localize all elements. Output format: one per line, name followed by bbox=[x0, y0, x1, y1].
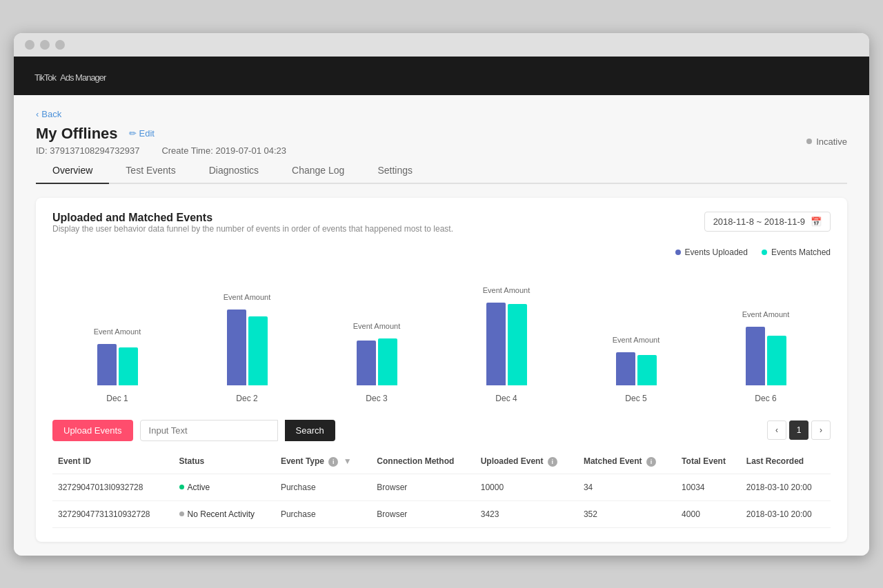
edit-icon: ✏ bbox=[129, 128, 137, 139]
chart-date-label: Dec 6 bbox=[755, 394, 776, 403]
bar-uploaded bbox=[746, 327, 765, 385]
toolbar: Upload Events Search ‹ 1 › bbox=[52, 420, 831, 441]
status-text: Incative bbox=[816, 136, 847, 147]
search-button[interactable]: Search bbox=[285, 420, 335, 441]
event-type-filter-icon[interactable]: ▼ bbox=[344, 456, 352, 466]
bar-uploaded bbox=[486, 303, 506, 385]
status-dot-active bbox=[179, 485, 184, 489]
cell-last-recorded: 2018-03-10 20:00 bbox=[741, 474, 831, 500]
page-id: ID: 379137108294732937 bbox=[36, 145, 139, 156]
current-page-btn[interactable]: 1 bbox=[789, 420, 808, 440]
col-status: Status bbox=[174, 449, 275, 474]
chart-col: Event AmountDec 2 bbox=[224, 293, 271, 403]
bar-matched bbox=[378, 338, 397, 385]
calendar-icon: 📅 bbox=[811, 216, 822, 227]
tab-overview[interactable]: Overview bbox=[36, 158, 109, 184]
bars-group bbox=[486, 303, 527, 385]
section-header: Uploaded and Matched Events Display the … bbox=[52, 212, 831, 245]
table-row: 32729047731310932728No Recent ActivityPu… bbox=[52, 500, 831, 527]
cell-last-recorded: 2018-03-10 20:00 bbox=[741, 500, 831, 527]
main-content: ‹ Back My Offlines ✏ Edit ID: 3791371082… bbox=[14, 95, 869, 556]
cell-uploaded-event: 10000 bbox=[475, 474, 578, 500]
cell-event-id: 32729047013I0932728 bbox=[52, 474, 174, 500]
bar-uploaded bbox=[97, 344, 117, 385]
page-title-row: My Offlines ✏ Edit bbox=[36, 125, 155, 143]
cell-event-type: Purchase bbox=[275, 474, 371, 500]
cell-total-event: 4000 bbox=[676, 500, 741, 527]
chart-col: Event AmountDec 3 bbox=[353, 322, 401, 403]
col-connection-method: Connection Method bbox=[371, 449, 475, 474]
col-event-id: Event ID bbox=[52, 449, 174, 474]
chart-date-label: Dec 2 bbox=[236, 394, 257, 403]
bar-matched bbox=[508, 304, 527, 385]
chart-date-label: Dec 5 bbox=[625, 394, 646, 403]
minimize-btn[interactable] bbox=[40, 40, 50, 50]
back-link[interactable]: ‹ Back bbox=[36, 109, 61, 119]
cell-status: Active bbox=[174, 474, 275, 500]
next-page-btn[interactable]: › bbox=[811, 420, 831, 440]
cell-matched-event: 34 bbox=[578, 474, 676, 500]
chart-col: Event AmountDec 4 bbox=[483, 286, 530, 403]
chart-area: Event AmountDec 1Event AmountDec 2Event … bbox=[52, 265, 831, 403]
page-create-time: Create Time: 2019-07-01 04:23 bbox=[161, 145, 286, 156]
chart-date-label: Dec 1 bbox=[106, 394, 128, 403]
cell-connection-method: Browser bbox=[371, 500, 475, 527]
col-last-recorded: Last Recorded bbox=[741, 449, 831, 474]
chart-col: Event AmountDec 5 bbox=[613, 336, 660, 403]
bar-uploaded bbox=[357, 341, 376, 385]
col-total-event: Total Event bbox=[676, 449, 741, 474]
maximize-btn[interactable] bbox=[55, 40, 65, 50]
main-card: Uploaded and Matched Events Display the … bbox=[36, 198, 847, 542]
cell-total-event: 10034 bbox=[676, 474, 741, 500]
tab-test-events[interactable]: Test Events bbox=[109, 158, 192, 184]
legend-matched: Events Matched bbox=[762, 247, 831, 257]
chart-event-label: Event Amount bbox=[613, 336, 660, 344]
bar-matched bbox=[637, 355, 657, 385]
pagination: ‹ 1 › bbox=[767, 420, 831, 440]
cell-connection-method: Browser bbox=[371, 474, 475, 500]
event-type-info-icon[interactable]: i bbox=[328, 457, 338, 467]
chart-event-label: Event Amount bbox=[742, 310, 790, 318]
legend-dot-uploaded bbox=[675, 250, 681, 255]
tabs: Overview Test Events Diagnostics Change … bbox=[36, 158, 847, 184]
chart-event-label: Event Amount bbox=[94, 327, 141, 336]
chart-event-label: Event Amount bbox=[353, 322, 401, 330]
bar-uploaded bbox=[227, 310, 246, 385]
close-btn[interactable] bbox=[25, 40, 34, 50]
cell-matched-event: 352 bbox=[578, 500, 676, 527]
bar-uploaded bbox=[616, 352, 635, 385]
chart-legend: Events Uploaded Events Matched bbox=[52, 247, 831, 257]
page-title: My Offlines bbox=[36, 125, 118, 143]
cell-event-id: 32729047731310932728 bbox=[52, 500, 174, 527]
tab-diagnostics[interactable]: Diagnostics bbox=[192, 158, 275, 184]
upload-events-button[interactable]: Upload Events bbox=[52, 420, 133, 441]
uploaded-event-info-icon[interactable]: i bbox=[548, 457, 557, 467]
chart-date-label: Dec 3 bbox=[366, 394, 387, 403]
tab-change-log[interactable]: Change Log bbox=[275, 158, 361, 184]
legend-uploaded: Events Uploaded bbox=[675, 247, 748, 257]
table-row: 32729047013I0932728ActivePurchaseBrowser… bbox=[52, 474, 831, 500]
cell-status: No Recent Activity bbox=[174, 500, 275, 527]
prev-page-btn[interactable]: ‹ bbox=[767, 420, 786, 440]
tab-settings[interactable]: Settings bbox=[361, 158, 429, 184]
bars-group bbox=[616, 352, 657, 385]
matched-event-info-icon[interactable]: i bbox=[646, 457, 656, 467]
chart-date-label: Dec 4 bbox=[495, 394, 517, 403]
chart-event-label: Event Amount bbox=[224, 293, 271, 301]
edit-link[interactable]: ✏ Edit bbox=[129, 128, 155, 139]
cell-event-type: Purchase bbox=[275, 500, 371, 527]
bar-matched bbox=[248, 316, 268, 385]
status-label: No Recent Activity bbox=[188, 509, 255, 519]
legend-dot-matched bbox=[762, 250, 767, 255]
bars-group bbox=[746, 327, 786, 385]
col-uploaded-event: Uploaded Event i bbox=[475, 449, 578, 474]
bars-group bbox=[97, 344, 138, 385]
col-event-type: Event Type i ▼ bbox=[275, 449, 371, 474]
search-input[interactable] bbox=[140, 420, 278, 441]
page-meta: ID: 379137108294732937 Create Time: 2019… bbox=[36, 145, 847, 156]
date-picker-btn[interactable]: 2018-11-8 ~ 2018-11-9 📅 bbox=[704, 212, 831, 232]
section-title: Uploaded and Matched Events Display the … bbox=[52, 212, 453, 245]
col-matched-event: Matched Event i bbox=[578, 449, 676, 474]
title-bar bbox=[14, 33, 869, 57]
bar-matched bbox=[767, 336, 786, 385]
